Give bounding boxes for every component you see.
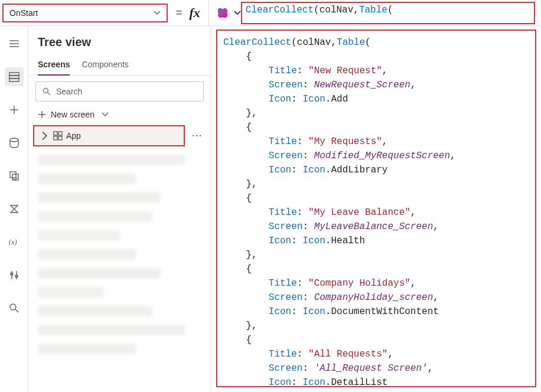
chevron-right-icon	[40, 131, 50, 141]
tab-screens[interactable]: Screens	[38, 56, 70, 75]
svg-point-18	[43, 88, 48, 93]
power-automate-icon[interactable]	[5, 200, 24, 218]
new-screen-label: New screen	[51, 110, 94, 119]
property-dropdown[interactable]: OnStart	[2, 4, 168, 22]
svg-rect-3	[9, 73, 19, 76]
svg-rect-24	[54, 136, 57, 140]
svg-rect-25	[58, 136, 62, 140]
chevron-down-icon	[154, 9, 161, 17]
insert-icon[interactable]	[5, 100, 24, 119]
svg-rect-22	[54, 132, 57, 135]
tree-view-panel: Tree view Screens Components Search New …	[28, 26, 211, 392]
search-rail-icon[interactable]	[5, 299, 24, 318]
chevron-down-icon	[102, 111, 109, 118]
tab-components[interactable]: Components	[82, 56, 128, 75]
formula-bar-code-preview[interactable]: ClearCollect(colNav,Table(	[241, 2, 535, 24]
plus-icon	[38, 110, 46, 119]
tree-view-icon[interactable]	[5, 67, 24, 86]
search-placeholder: Search	[56, 87, 82, 96]
svg-point-16	[10, 304, 16, 310]
blurred-tree-items	[28, 148, 211, 392]
search-input[interactable]: Search	[35, 81, 204, 102]
svg-point-8	[10, 138, 18, 142]
equals-sign: =	[172, 6, 186, 19]
new-screen-button[interactable]: New screen	[28, 105, 211, 124]
formula-bar: OnStart = fx ClearCollect(colNav,Table(	[0, 0, 541, 26]
tree-item-app-label: App	[66, 131, 81, 141]
more-options-icon[interactable]: ···	[192, 131, 206, 141]
tree-item-app[interactable]: App	[33, 125, 185, 146]
copilot-icon[interactable]	[216, 6, 229, 19]
left-rail: (x)	[0, 26, 28, 392]
fx-label: fx	[186, 5, 204, 21]
svg-line-19	[48, 93, 50, 95]
svg-rect-23	[58, 132, 62, 135]
media-icon[interactable]	[5, 166, 24, 185]
advanced-tools-icon[interactable]	[5, 266, 24, 285]
svg-text:(x): (x)	[8, 238, 17, 246]
svg-line-17	[15, 309, 18, 312]
hamburger-icon[interactable]	[5, 34, 24, 53]
svg-rect-5	[9, 79, 19, 81]
svg-rect-4	[9, 76, 19, 79]
search-icon	[42, 87, 51, 96]
code-panel: ClearCollect(colNav,Table( { Title: "New…	[211, 26, 541, 392]
tree-tabs: Screens Components	[28, 56, 211, 76]
variables-icon[interactable]: (x)	[5, 233, 24, 251]
divider	[208, 0, 209, 25]
property-dropdown-label: OnStart	[9, 8, 38, 18]
tree-view-title: Tree view	[28, 33, 211, 56]
app-icon	[53, 131, 63, 141]
svg-rect-9	[10, 172, 16, 178]
data-icon[interactable]	[5, 133, 24, 152]
code-editor[interactable]: ClearCollect(colNav,Table( { Title: "New…	[216, 30, 536, 387]
copilot-chevron-icon[interactable]	[234, 9, 241, 17]
